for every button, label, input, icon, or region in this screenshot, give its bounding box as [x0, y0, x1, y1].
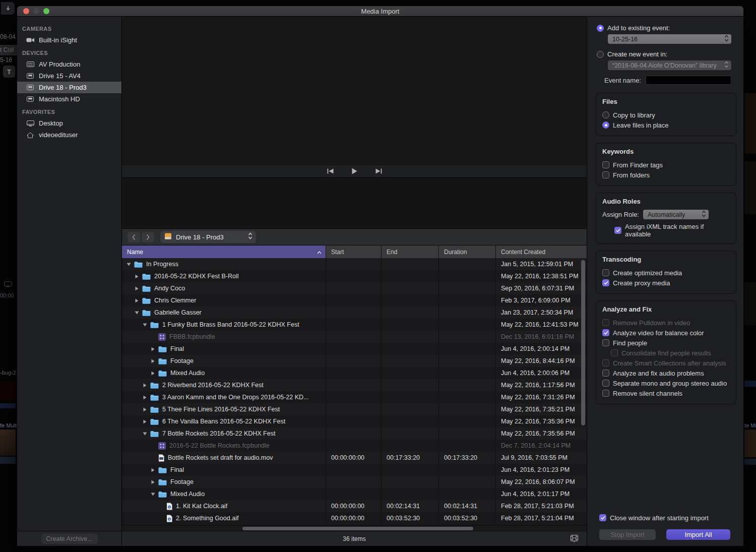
filmstrip-view-button[interactable]	[570, 535, 579, 543]
table-row-bottle-rockets-set-draft-for-audio-mov[interactable]: Bottle Rockets set draft for audio.mov00…	[122, 452, 587, 464]
table-row-2-riverbend-2016-05-22-kdhx-fest[interactable]: 2 Riverbend 2016-05-22 KDHX FestMay 22, …	[122, 379, 587, 391]
location-dropdown[interactable]: Drive 18 - Prod3	[160, 231, 256, 243]
sidebar-item-label: AV Production	[39, 60, 80, 68]
sidebar-item-drive-15-av4[interactable]: Drive 15 - AV4	[17, 70, 121, 82]
sidebar-item-videoedituser[interactable]: videoedituser	[17, 129, 121, 141]
checkbox-icon[interactable]	[602, 269, 609, 276]
table-row-mixed-audio[interactable]: Mixed AudioJun 4, 2016, 2:00:06 PM	[122, 367, 587, 379]
radio-icon[interactable]	[602, 111, 609, 118]
disclosure-triangle[interactable]	[142, 432, 148, 436]
table-row-mixed-audio[interactable]: Mixed AudioJun 4, 2016, 2:01:17 PM	[122, 488, 587, 500]
sidebar-item-macintosh-hd[interactable]: Macintosh HD	[17, 93, 121, 105]
disclosure-triangle[interactable]	[150, 493, 156, 496]
table-row-in-progress[interactable]: In ProgressJan 5, 2015, 12:59:01 PM	[122, 258, 587, 270]
vertical-scrollbar-thumb[interactable]	[581, 260, 585, 425]
sidebar-item-drive-18-prod3[interactable]: Drive 18 - Prod3	[17, 82, 121, 93]
checkbox-icon[interactable]	[599, 514, 606, 521]
analyze-option-analyze-video-for-balance-color[interactable]: Analyze video for balance color	[602, 328, 730, 338]
import-all-button[interactable]: Import All	[666, 529, 730, 540]
table-row-1-funky-butt-brass-band-2016-05-22-kdhx-fest[interactable]: 1 Funky Butt Brass Band 2016-05-22 KDHX …	[122, 319, 587, 331]
disclosure-triangle[interactable]	[142, 323, 148, 327]
checkbox-icon[interactable]	[602, 380, 609, 387]
table-row-footage[interactable]: FootageMay 22, 2016, 8:06:07 PM	[122, 476, 587, 488]
disclosure-triangle[interactable]	[142, 419, 148, 424]
files-option-leave-files-in-place[interactable]: Leave files in place	[602, 120, 730, 130]
back-button[interactable]	[128, 232, 140, 242]
disclosure-triangle[interactable]	[150, 371, 156, 376]
zoom-window-button[interactable]	[43, 8, 49, 14]
disclosure-triangle[interactable]	[126, 263, 132, 266]
disclosure-triangle[interactable]	[142, 383, 148, 388]
close-window-button[interactable]	[23, 8, 29, 14]
keywords-option-from-finder-tags[interactable]: From Finder tags	[602, 160, 730, 170]
analyze-option-remove-silent-channels[interactable]: Remove silent channels	[602, 388, 730, 398]
add-to-existing-event-radio[interactable]: Add to existing event:	[597, 24, 736, 32]
column-header-end[interactable]: End	[382, 246, 439, 258]
sidebar-item-av-production[interactable]: AV Production	[17, 58, 121, 70]
table-row-7-bottle-rockets-2016-05-22-kdhx-fest[interactable]: 7 Bottle Rockets 2016-05-22 KDHX FestMay…	[122, 427, 587, 440]
files-option-copy-to-library[interactable]: Copy to library	[602, 110, 730, 120]
checkbox-icon[interactable]	[602, 279, 609, 286]
horizontal-scrollbar-thumb[interactable]	[242, 527, 473, 530]
play-button[interactable]	[348, 167, 360, 175]
duration-cell	[439, 331, 496, 343]
analyze-option-separate-mono-and-group-stereo-audio[interactable]: Separate mono and group stereo audio	[602, 378, 730, 388]
table-row-gabrielle-gasser[interactable]: Gabrielle GasserJan 23, 2017, 2:50:34 PM	[122, 306, 587, 319]
sidebar-item-desktop[interactable]: Desktop	[17, 117, 121, 129]
transcoding-option-create-proxy-media[interactable]: Create proxy media	[602, 278, 730, 288]
disclosure-triangle[interactable]	[150, 347, 156, 351]
checkbox-icon[interactable]	[614, 227, 621, 234]
table-row-3-aaron-kamm-and-the-one-drops-2016-05-22-kd[interactable]: 3 Aaron Kamm and the One Drops 2016-05-2…	[122, 391, 587, 403]
table-row-footage[interactable]: FootageMay 22, 2016, 8:44:16 PM	[122, 355, 587, 367]
disclosure-triangle[interactable]	[134, 311, 140, 315]
assign-role-dropdown[interactable]: Automatically	[643, 210, 709, 219]
table-row-andy-coco[interactable]: Andy CocoSep 20, 2016, 6:07:31 PM	[122, 282, 587, 294]
table-row-chris-clemmer[interactable]: Chris ClemmerFeb 3, 2017, 6:09:00 PM	[122, 294, 587, 306]
table-row-2016-5-22-bottle-rockets-fcpbundle[interactable]: 2016-5-22 Bottle Rockets.fcpbundleDec 7,…	[122, 440, 587, 452]
horizontal-scrollbar[interactable]	[122, 525, 587, 531]
column-header-start[interactable]: Start	[326, 246, 382, 258]
disclosure-triangle[interactable]	[150, 359, 156, 363]
radio-icon[interactable]	[602, 121, 609, 129]
table-row-final[interactable]: FinalJun 4, 2016, 2:00:14 PM	[122, 343, 587, 355]
checkbox-icon[interactable]	[602, 390, 609, 397]
checkbox-icon[interactable]	[602, 171, 609, 178]
close-after-close-window-after-starting-import[interactable]: Close window after starting import	[599, 513, 735, 523]
disclosure-triangle[interactable]	[134, 274, 140, 279]
table-row-fbbb-fcpbundle[interactable]: FBBB.fcpbundleDec 13, 2016, 6:01:16 PM	[122, 331, 587, 343]
table-row-final[interactable]: FinalJun 4, 2016, 2:01:23 PM	[122, 464, 587, 476]
disclosure-triangle[interactable]	[142, 407, 148, 412]
keywords-option-from-folders[interactable]: From folders	[602, 170, 730, 180]
skip-to-end-button[interactable]	[372, 167, 385, 175]
table-row-1-kit-kat-clock-aif[interactable]: 1. Kit Kat Clock.aif00:00:00:0000:02:14:…	[122, 500, 587, 512]
radio-icon[interactable]	[597, 25, 604, 32]
checkbox-icon[interactable]	[602, 339, 609, 346]
disclosure-triangle[interactable]	[150, 480, 156, 484]
disclosure-triangle[interactable]	[134, 298, 140, 303]
sidebar-item-built-in-isight[interactable]: Built-in iSight	[17, 34, 121, 46]
table-row-2016-05-22-kdhx-fest-b-roll[interactable]: 2016-05-22 KDHX Fest B-RollMay 22, 2016,…	[122, 270, 587, 282]
checkbox-icon[interactable]	[602, 370, 609, 377]
disclosure-triangle[interactable]	[134, 286, 140, 291]
create-new-event-radio[interactable]: Create new event in:	[597, 50, 736, 58]
table-row-6-the-vanilla-beans-2016-05-22-kdhx-fest[interactable]: 6 The Vanilla Beans 2016-05-22 KDHX Fest…	[122, 415, 587, 427]
checkbox-icon[interactable]	[602, 161, 609, 168]
create-archive-button[interactable]: Create Archive...	[41, 534, 98, 544]
analyze-option-analyze-and-fix-audio-problems[interactable]: Analyze and fix audio problems	[602, 368, 730, 378]
table-row-5-thee-fine-lines-2016-05-22-kdhx-fest[interactable]: 5 Thee Fine Lines 2016-05-22 KDHX FestMa…	[122, 403, 587, 415]
title-bar[interactable]: Media Import	[17, 6, 743, 17]
checkbox-icon[interactable]	[602, 329, 609, 336]
forward-button[interactable]	[142, 232, 154, 242]
column-header-content-created[interactable]: Content Created	[496, 246, 587, 258]
existing-event-dropdown[interactable]: 10-25-16	[608, 34, 731, 44]
audio-roles-option-assign-ixml-track-names-if-available[interactable]: Assign iXML track names if available	[614, 223, 730, 238]
disclosure-triangle[interactable]	[150, 468, 156, 472]
column-header-name[interactable]: Name	[122, 246, 326, 258]
table-row-2-something-good-aif[interactable]: 2. Something Good.aif00:00:00:0000:03:52…	[122, 512, 587, 524]
radio-icon[interactable]	[597, 51, 604, 58]
analyze-option-find-people[interactable]: Find people	[602, 338, 730, 348]
disclosure-triangle[interactable]	[142, 395, 148, 400]
column-header-duration[interactable]: Duration	[439, 246, 496, 258]
skip-to-start-button[interactable]	[324, 167, 336, 175]
transcoding-option-create-optimized-media[interactable]: Create optimized media	[602, 268, 730, 278]
